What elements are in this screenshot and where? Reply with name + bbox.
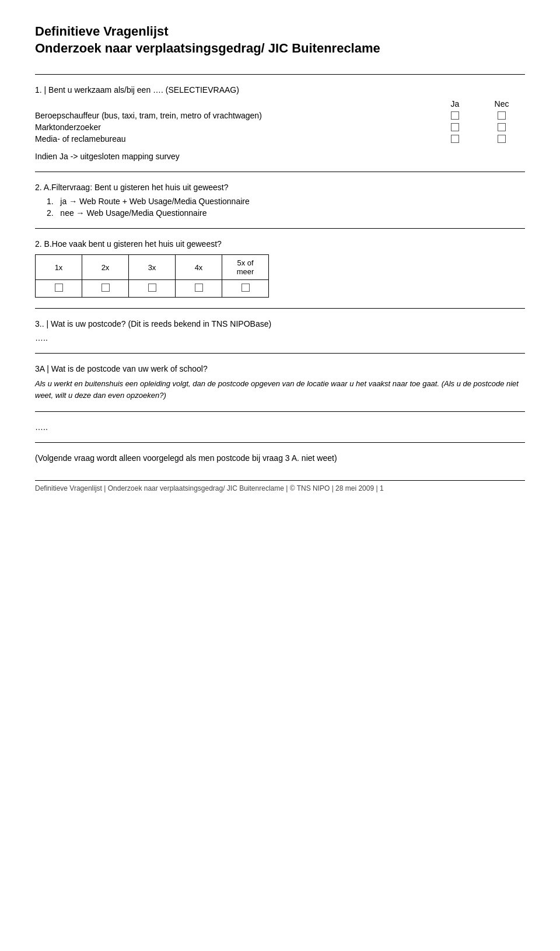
question-3-section: 3.. | Wat is uw postcode? (Dit is reeds …: [35, 319, 525, 342]
footer: Definitieve Vragenlijst | Onderzoek naar…: [35, 480, 525, 492]
checkbox-media-ja[interactable]: [432, 135, 478, 143]
option-row-beroep: Beroepschauffeur (bus, taxi, tram, trein…: [35, 111, 525, 120]
question-1-section: 1. | Bent u werkzaam als/bij een …. (SEL…: [35, 85, 525, 161]
option-row-markt: Marktonderzoeker: [35, 123, 525, 132]
divider-5: [35, 411, 525, 412]
q3a-note: (Volgende vraag wordt alleen voorgelegd …: [35, 453, 525, 463]
freq-cell-4x[interactable]: [176, 280, 222, 298]
freq-table-wrapper: 1x 2x 3x 4x 5x ofmeer: [35, 254, 525, 298]
divider-4: [35, 353, 525, 354]
option-boxes-media: [432, 135, 525, 143]
checkbox-beroep-nee[interactable]: [478, 111, 525, 120]
freq-cell-2x[interactable]: [82, 280, 129, 298]
checkbox-beroep-ja[interactable]: [432, 111, 478, 120]
option-label-beroep: Beroepschauffeur (bus, taxi, tram, trein…: [35, 111, 432, 120]
option-label-markt: Marktonderzoeker: [35, 123, 432, 132]
option-boxes-beroep: [432, 111, 525, 120]
divider-1: [35, 172, 525, 172]
q2a-sub1: 1. ja → Web Route + Web Usage/Media Ques…: [47, 197, 525, 206]
page-title: Definitieve Vragenlijst Onderzoek naar v…: [35, 23, 525, 57]
question-3-label: 3.. | Wat is uw postcode? (Dit is reeds …: [35, 319, 525, 328]
freq-cell-1x[interactable]: [36, 280, 82, 298]
indien-ja-text: Indien Ja -> uitgesloten mapping survey: [35, 152, 525, 161]
question-1-label: 1. | Bent u werkzaam als/bij een …. (SEL…: [35, 85, 525, 95]
freq-header-3x: 3x: [129, 255, 176, 280]
freq-cell-5x[interactable]: [222, 280, 269, 298]
nee-header: Nec: [478, 99, 525, 109]
question-3a-section: 3A | Wat is de postcode van uw werk of s…: [35, 364, 525, 401]
question-2b-section: 2. B.Hoe vaak bent u gisteren het huis u…: [35, 239, 525, 298]
freq-cell-3x[interactable]: [129, 280, 176, 298]
option-label-media: Media- of reclamebureau: [35, 134, 432, 144]
ja-header: Ja: [432, 99, 478, 109]
question-3a-label: 3A | Wat is de postcode van uw werk of s…: [35, 364, 525, 373]
question-2b-label: 2. B.Hoe vaak bent u gisteren het huis u…: [35, 239, 525, 249]
question-3a-sub: Als u werkt en buitenshuis een opleiding…: [35, 378, 525, 401]
q2a-sub2: 2. nee → Web Usage/Media Questionnaire: [47, 208, 525, 218]
divider-6: [35, 442, 525, 443]
question-2a-label: 2. A.Filtervraag: Bent u gisteren het hu…: [35, 183, 525, 192]
divider-3: [35, 308, 525, 309]
q3-dots: …..: [35, 333, 525, 342]
checkbox-markt-nee[interactable]: [478, 123, 525, 131]
option-row-media: Media- of reclamebureau: [35, 134, 525, 144]
question-2a-section: 2. A.Filtervraag: Bent u gisteren het hu…: [35, 183, 525, 218]
checkbox-markt-ja[interactable]: [432, 123, 478, 131]
freq-header-2x: 2x: [82, 255, 129, 280]
divider-2: [35, 228, 525, 229]
footer-text: Definitieve Vragenlijst | Onderzoek naar…: [35, 484, 384, 492]
freq-header-1x: 1x: [36, 255, 82, 280]
divider-top: [35, 74, 525, 75]
freq-header-5x: 5x ofmeer: [222, 255, 269, 280]
freq-table: 1x 2x 3x 4x 5x ofmeer: [35, 254, 269, 298]
q3a-dots: …..: [35, 422, 525, 432]
checkbox-media-nee[interactable]: [478, 135, 525, 143]
freq-header-4x: 4x: [176, 255, 222, 280]
option-boxes-markt: [432, 123, 525, 131]
